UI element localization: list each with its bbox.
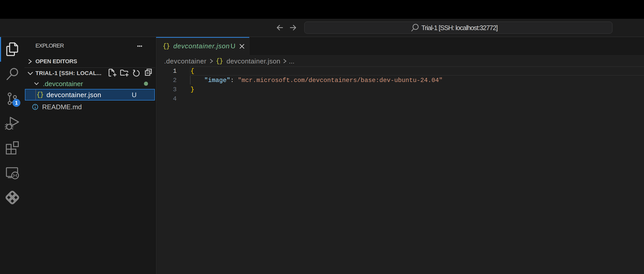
svg-text:1: 1 [15, 100, 18, 106]
